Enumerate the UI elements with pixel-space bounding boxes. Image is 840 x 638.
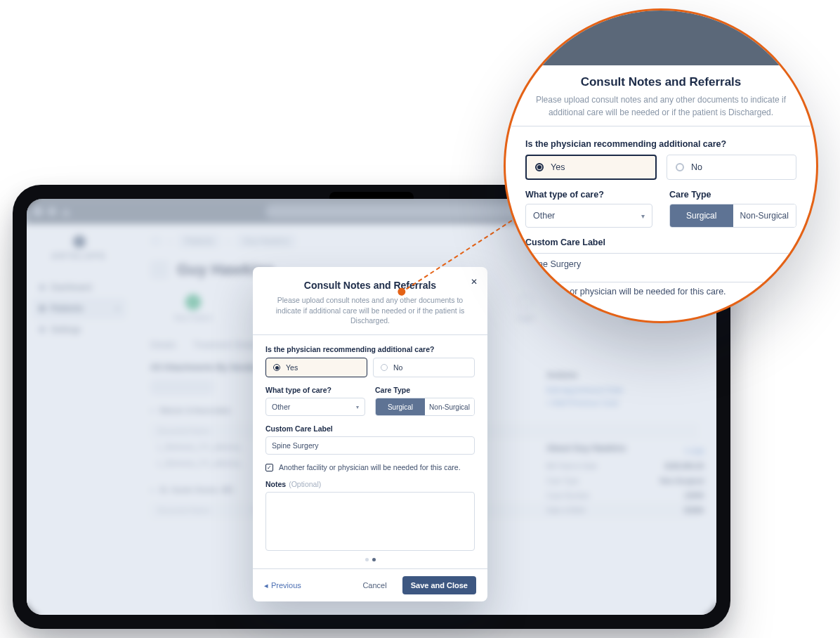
bubble-q1: Is the physician recommending additional… bbox=[525, 139, 796, 149]
radio-yes[interactable]: Yes bbox=[265, 358, 367, 377]
cancel-button[interactable]: Cancel bbox=[358, 580, 391, 590]
grid-icon[interactable] bbox=[150, 237, 162, 245]
window-maximize-icon[interactable] bbox=[62, 208, 70, 216]
step-1-icon: ✓ bbox=[185, 294, 201, 310]
bubble-custom-value[interactable]: Spine Surgery bbox=[525, 254, 796, 276]
chevron-down-icon: ▾ bbox=[116, 305, 119, 313]
brand-name: ANTELOPE bbox=[52, 252, 107, 260]
notes-label: Notes(Optional) bbox=[265, 480, 475, 488]
brand-icon bbox=[73, 235, 86, 248]
bubble-subtitle: Please upload consult notes and any othe… bbox=[530, 93, 792, 119]
bubble-radio-no[interactable]: No bbox=[667, 155, 796, 180]
modal-header: Consult Notes and Referrals Please uploa… bbox=[253, 267, 487, 335]
bubble-custom-label: Custom Care Label bbox=[525, 237, 796, 247]
care-type-nonsurgical[interactable]: Non-Surgical bbox=[425, 398, 474, 415]
bubble-surgical[interactable]: Surgical bbox=[670, 204, 733, 227]
bubble-care-type-toggle: Surgical Non-Surgical bbox=[669, 204, 796, 228]
tab-details[interactable]: Details bbox=[150, 340, 176, 350]
avatar bbox=[150, 261, 169, 279]
checkbox-icon: ✓ bbox=[265, 464, 273, 471]
previous-button[interactable]: ◂Previous bbox=[264, 581, 301, 590]
care-kind-select[interactable]: Other ▾ bbox=[265, 398, 365, 416]
care-type-toggle: Surgical Non-Surgical bbox=[375, 398, 475, 416]
nav-dashboard[interactable]: Dashboard bbox=[32, 277, 126, 298]
window-close-icon[interactable] bbox=[34, 207, 42, 216]
brand: ANTELOPE bbox=[32, 235, 126, 260]
right-column: Actions Edit Appointment Date + Add Prev… bbox=[541, 365, 709, 523]
page-dot-active[interactable] bbox=[372, 558, 376, 561]
edit-appointment-link[interactable]: Edit Appointment Date bbox=[546, 386, 704, 394]
actions-card: Actions Edit Appointment Date + Add Prev… bbox=[541, 365, 709, 417]
bubble-care-type-label: Care Type bbox=[669, 190, 796, 200]
crumb-current[interactable]: Guy Hawkins bbox=[237, 234, 296, 248]
care-kind-label: What type of care? bbox=[265, 386, 365, 394]
add-previous-link[interactable]: + Add Previous Case bbox=[546, 398, 704, 407]
bubble-title: Consult Notes and Referrals bbox=[530, 75, 792, 89]
about-edit-link[interactable]: ✎ Edit bbox=[684, 448, 704, 455]
care-type-label: Care Type bbox=[375, 386, 475, 394]
tab-treatment[interactable]: Treatment Details bbox=[193, 340, 259, 350]
custom-care-label: Custom Care Label bbox=[265, 424, 475, 433]
nav-patients[interactable]: Patients▾ bbox=[32, 298, 126, 319]
bubble-care-kind-select[interactable]: Other ▾ bbox=[525, 204, 652, 228]
care-type-surgical[interactable]: Surgical bbox=[376, 398, 425, 415]
radio-no[interactable]: No bbox=[373, 358, 475, 377]
chevron-left-icon: ◂ bbox=[264, 581, 268, 590]
magnifier-bubble: Consult Notes and Referrals Please uploa… bbox=[504, 8, 818, 323]
attachments-search[interactable] bbox=[150, 379, 214, 395]
bubble-nonsurgical[interactable]: Non-Surgical bbox=[733, 204, 796, 227]
save-close-button[interactable]: Save and Close bbox=[402, 576, 476, 594]
bubble-backdrop bbox=[506, 11, 816, 65]
sidebar: ANTELOPE Dashboard Patients▾ Settings bbox=[27, 224, 132, 615]
crumb-root[interactable]: Patients bbox=[178, 234, 221, 248]
question-additional-care: Is the physician recommending additional… bbox=[265, 345, 475, 353]
close-icon[interactable]: ✕ bbox=[471, 277, 478, 287]
custom-care-input[interactable]: Spine Surgery bbox=[265, 436, 475, 455]
chevron-down-icon: ▾ bbox=[641, 212, 645, 220]
page-dot[interactable] bbox=[365, 558, 369, 561]
notes-textarea[interactable] bbox=[265, 492, 475, 551]
pager bbox=[265, 558, 475, 561]
bubble-radio-yes[interactable]: Yes bbox=[525, 155, 657, 180]
nav-settings[interactable]: Settings bbox=[32, 319, 126, 340]
another-facility-check[interactable]: ✓ Another facility or physician will be … bbox=[265, 463, 475, 471]
step-4-icon bbox=[518, 294, 533, 310]
window-minimize-icon[interactable] bbox=[48, 207, 56, 216]
radio-group-additional-care: Yes No bbox=[265, 358, 475, 377]
chevron-down-icon: ▾ bbox=[356, 404, 359, 410]
modal-title: Consult Notes and Referrals bbox=[267, 280, 473, 291]
bubble-care-kind-label: What type of care? bbox=[525, 190, 652, 200]
consult-notes-modal: Consult Notes and Referrals Please uploa… bbox=[253, 267, 487, 601]
modal-subtitle: Please upload consult notes and any othe… bbox=[267, 295, 473, 326]
about-card: About Guy Hawkins ✎ Edit Bill Total to D… bbox=[541, 438, 709, 523]
